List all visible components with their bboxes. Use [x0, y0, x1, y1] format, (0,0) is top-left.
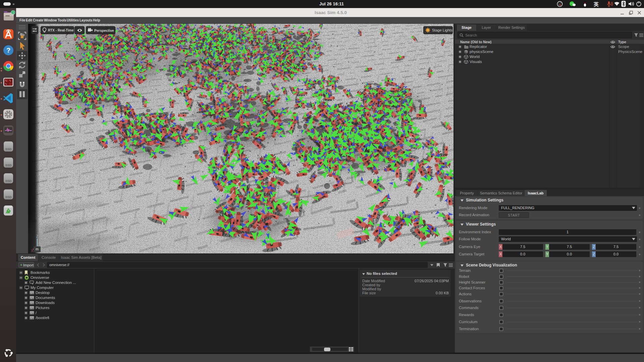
svg-text:SSD: SSD — [5, 179, 12, 183]
svg-text:?: ? — [6, 47, 10, 54]
svg-text:SSD: SSD — [5, 147, 12, 151]
svg-text:1: 1 — [12, 11, 14, 14]
svg-text:SSD: SSD — [5, 195, 12, 199]
svg-text:SSD: SSD — [5, 164, 12, 167]
svg-text:Z: Z — [36, 235, 39, 238]
